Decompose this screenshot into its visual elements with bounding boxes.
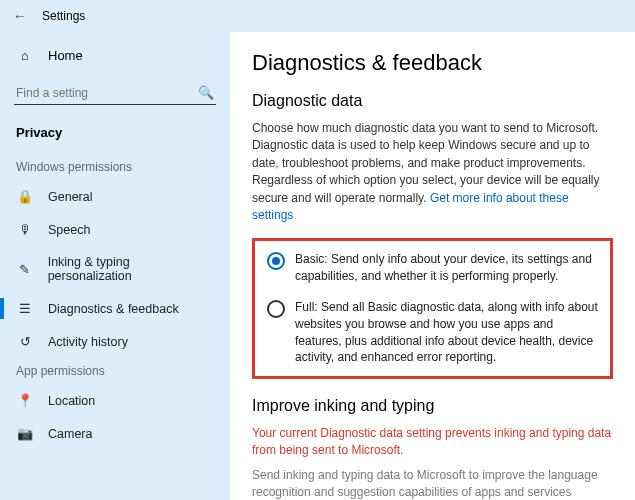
- radio-full[interactable]: [267, 300, 285, 318]
- feedback-icon: ☰: [16, 301, 34, 316]
- history-icon: ↺: [16, 334, 34, 349]
- sidebar-item-label: Diagnostics & feedback: [48, 302, 179, 316]
- camera-icon: 📷: [16, 426, 34, 441]
- section-improve-inking: Improve inking and typing: [252, 397, 613, 415]
- home-nav[interactable]: ⌂ Home: [0, 40, 230, 71]
- radio-basic[interactable]: [267, 252, 285, 270]
- sidebar: ⌂ Home 🔍 Privacy Windows permissions 🔒Ge…: [0, 32, 230, 500]
- back-button[interactable]: ←: [10, 8, 30, 24]
- inking-description: Send inking and typing data to Microsoft…: [252, 467, 613, 500]
- content-pane: Diagnostics & feedback Diagnostic data C…: [230, 32, 635, 500]
- radio-full-label: Full: Send all Basic diagnostic data, al…: [295, 299, 598, 366]
- diagnostic-description: Choose how much diagnostic data you want…: [252, 120, 613, 224]
- home-icon: ⌂: [16, 48, 34, 63]
- search-input[interactable]: [16, 86, 198, 100]
- sidebar-item-label: Activity history: [48, 335, 128, 349]
- sidebar-item-general[interactable]: 🔒General: [0, 180, 230, 213]
- group-app-permissions: App permissions: [0, 358, 230, 384]
- titlebar: ← Settings: [0, 0, 635, 32]
- sidebar-item-label: Speech: [48, 223, 90, 237]
- sidebar-item-activity-history[interactable]: ↺Activity history: [0, 325, 230, 358]
- radio-basic-row[interactable]: Basic: Send only info about your device,…: [267, 251, 598, 285]
- sidebar-item-label: Inking & typing personalization: [48, 255, 214, 283]
- mic-icon: 🎙: [16, 222, 34, 237]
- search-icon: 🔍: [198, 85, 214, 100]
- sidebar-item-label: Location: [48, 394, 95, 408]
- diagnostic-options-highlight: Basic: Send only info about your device,…: [252, 238, 613, 379]
- location-icon: 📍: [16, 393, 34, 408]
- sidebar-item-label: Camera: [48, 427, 92, 441]
- lock-icon: 🔒: [16, 189, 34, 204]
- sidebar-item-inking-typing-personalization[interactable]: ✎Inking & typing personalization: [0, 246, 230, 292]
- sidebar-item-label: General: [48, 190, 92, 204]
- search-box[interactable]: 🔍: [14, 81, 216, 105]
- sidebar-item-camera[interactable]: 📷Camera: [0, 417, 230, 450]
- window-title: Settings: [42, 9, 85, 23]
- sidebar-item-speech[interactable]: 🎙Speech: [0, 213, 230, 246]
- inking-warning: Your current Diagnostic data setting pre…: [252, 425, 613, 459]
- category-heading: Privacy: [0, 119, 230, 154]
- radio-basic-label: Basic: Send only info about your device,…: [295, 251, 598, 285]
- group-windows-permissions: Windows permissions: [0, 154, 230, 180]
- pen-icon: ✎: [16, 262, 34, 277]
- home-label: Home: [48, 48, 83, 63]
- radio-full-row[interactable]: Full: Send all Basic diagnostic data, al…: [267, 299, 598, 366]
- section-diagnostic-data: Diagnostic data: [252, 92, 613, 110]
- sidebar-item-diagnostics-feedback[interactable]: ☰Diagnostics & feedback: [0, 292, 230, 325]
- sidebar-item-location[interactable]: 📍Location: [0, 384, 230, 417]
- page-title: Diagnostics & feedback: [252, 50, 613, 76]
